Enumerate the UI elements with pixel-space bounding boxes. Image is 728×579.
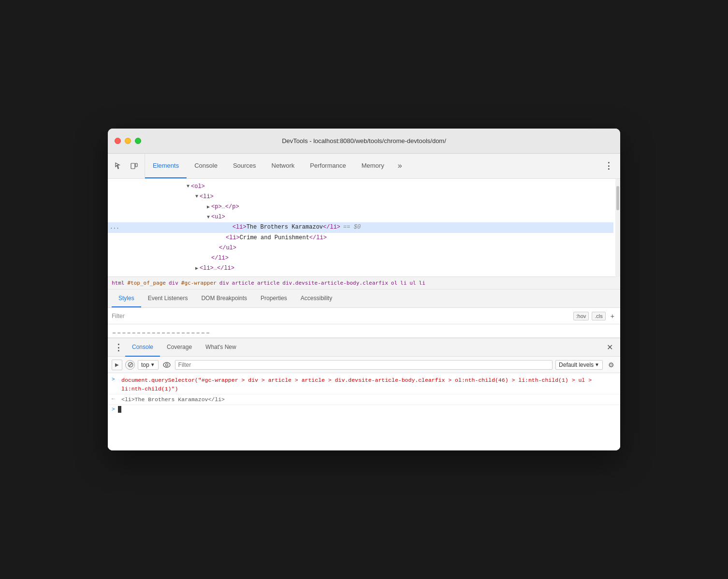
toolbar-icons xyxy=(108,154,145,178)
tab-memory[interactable]: Memory xyxy=(354,154,392,178)
drawer-tab-whats-new[interactable]: What's New xyxy=(199,338,243,357)
ul-triangle[interactable]: ▼ xyxy=(205,214,211,221)
device-toolbar-icon[interactable] xyxy=(127,159,141,173)
tab-sources[interactable]: Sources xyxy=(225,154,264,178)
drawer-tab-coverage[interactable]: Coverage xyxy=(160,338,199,357)
dom-line-ol: ▼ <ol> xyxy=(108,182,613,192)
drawer-tab-console[interactable]: Console xyxy=(125,338,160,357)
minimize-button[interactable] xyxy=(125,138,131,144)
cls-button[interactable]: .cls xyxy=(592,312,606,320)
bc-li2[interactable]: li xyxy=(419,280,425,286)
li-triangle[interactable]: ▼ xyxy=(194,193,200,201)
console-input-arrow: > xyxy=(112,376,118,382)
bottom-drawer: ⋮ Console Coverage What's New ✕ ▶ ⊘ xyxy=(108,338,620,450)
dashed-separator xyxy=(113,333,209,333)
dom-tree-section: ▼ <ol> ▼ <li> ▶ <p>…</p> ▼ <ul> xyxy=(108,179,620,277)
more-tabs-button[interactable]: » xyxy=(392,154,408,178)
breadcrumb-bar: html #top_of_page div #gc-wrapper div ar… xyxy=(108,277,620,290)
console-context-selector[interactable]: top ▼ xyxy=(138,360,159,370)
svg-rect-1 xyxy=(135,163,137,167)
dom-line-p: ▶ <p>…</p> xyxy=(108,202,613,212)
dots-button[interactable]: ... xyxy=(108,223,121,232)
tab-accessibility[interactable]: Accessibility xyxy=(294,290,339,307)
maximize-button[interactable] xyxy=(135,138,141,144)
tab-styles[interactable]: Styles xyxy=(112,290,141,307)
dom-line-brothers[interactable]: ... ▶ <li>The Brothers Karamazov</li> ==… xyxy=(108,222,613,232)
styles-content-area xyxy=(108,324,620,338)
svg-rect-0 xyxy=(131,163,135,169)
window-title: DevTools - localhost:8080/web/tools/chro… xyxy=(282,137,446,145)
styles-toolbar: Filter :hov .cls + xyxy=(108,308,620,324)
tab-performance[interactable]: Performance xyxy=(302,154,353,178)
inspect-element-icon[interactable] xyxy=(112,159,125,173)
styles-filter-input[interactable] xyxy=(128,313,570,319)
main-tabs: Elements Console Sources Network Perform… xyxy=(145,154,597,178)
svg-point-2 xyxy=(163,362,170,367)
tab-network[interactable]: Network xyxy=(264,154,303,178)
hov-button[interactable]: :hov xyxy=(573,312,589,320)
bc-article1[interactable]: article xyxy=(232,280,254,286)
console-body: > document.querySelector("#gc-wrapper > … xyxy=(108,373,620,450)
dom-line-crime: ▶ <li>Crime and Punishment</li> xyxy=(108,233,613,243)
dom-line-ul: ▼ <ul> xyxy=(108,212,613,222)
customize-devtools-icon[interactable]: ⋮ xyxy=(602,159,615,173)
console-eye-button[interactable] xyxy=(161,360,172,370)
bc-div-class[interactable]: div.devsite-article-body.clearfix xyxy=(282,280,388,286)
dom-scrollbar[interactable] xyxy=(615,179,620,277)
console-prompt-arrow: > xyxy=(112,406,115,412)
dom-tree: ▼ <ol> ▼ <li> ▶ <p>…</p> ▼ <ul> xyxy=(108,179,620,277)
ol-triangle[interactable]: ▼ xyxy=(185,183,191,190)
side-panels-tabs: Styles Event Listeners DOM Breakpoints P… xyxy=(108,290,620,308)
console-entry-output: ← <li>The Brothers Karamazov</li> xyxy=(108,394,620,405)
console-settings-icon[interactable]: ⚙ xyxy=(606,360,616,370)
drawer-more-button[interactable]: ⋮ xyxy=(112,341,125,354)
close-button[interactable] xyxy=(115,138,121,144)
bc-div1[interactable]: div xyxy=(169,280,178,286)
tab-dom-breakpoints[interactable]: DOM Breakpoints xyxy=(194,290,254,307)
toolbar-right: ⋮ xyxy=(597,154,620,178)
console-entry-input: > document.querySelector("#gc-wrapper > … xyxy=(108,375,620,394)
drawer-toolbar: ⋮ Console Coverage What's New ✕ xyxy=(108,338,620,357)
bc-ul[interactable]: ul xyxy=(409,280,416,286)
bc-article2[interactable]: article xyxy=(257,280,279,286)
console-prompt[interactable]: > xyxy=(108,405,620,414)
add-style-rule-button[interactable]: + xyxy=(609,312,616,320)
dom-line-close-li: ▶ </li> xyxy=(108,253,613,263)
p-triangle[interactable]: ▶ xyxy=(205,203,211,211)
console-output-arrow: ← xyxy=(112,396,118,402)
bc-li1[interactable]: li xyxy=(400,280,407,286)
dom-line-li: ▼ <li> xyxy=(108,192,613,202)
console-cursor xyxy=(118,406,121,413)
bc-gc-wrapper[interactable]: #gc-wrapper xyxy=(181,280,217,286)
bc-top-of-page[interactable]: #top_of_page xyxy=(128,280,166,286)
console-execute-button[interactable]: ▶ xyxy=(112,360,122,370)
li-dots-triangle[interactable]: ▶ xyxy=(194,265,200,273)
svg-point-3 xyxy=(165,363,168,366)
tab-event-listeners[interactable]: Event Listeners xyxy=(141,290,195,307)
titlebar: DevTools - localhost:8080/web/tools/chro… xyxy=(108,129,620,154)
tab-console[interactable]: Console xyxy=(187,154,225,178)
drawer-close-button[interactable]: ✕ xyxy=(603,341,616,354)
devtools-window: DevTools - localhost:8080/web/tools/chro… xyxy=(108,129,620,451)
console-output-code: <li>The Brothers Karamazov</li> xyxy=(121,395,225,404)
dom-line-li-dots: ▶ <li>…</li> xyxy=(108,263,613,274)
console-filter-input[interactable] xyxy=(175,360,553,370)
tab-elements[interactable]: Elements xyxy=(145,154,187,178)
devtools-panel: Elements Console Sources Network Perform… xyxy=(108,154,620,451)
traffic-lights xyxy=(115,138,141,144)
main-toolbar: Elements Console Sources Network Perform… xyxy=(108,154,620,179)
tab-properties[interactable]: Properties xyxy=(254,290,294,307)
bc-div2[interactable]: div xyxy=(219,280,229,286)
console-clear-button[interactable]: ⊘ xyxy=(125,360,135,370)
console-toolbar: ▶ ⊘ top ▼ Default levels ▼ xyxy=(108,357,620,373)
dom-line-close-ul: ▶ </ul> xyxy=(108,243,613,253)
console-input-code: document.querySelector("#gc-wrapper > di… xyxy=(121,376,616,393)
filter-placeholder: Filter xyxy=(112,313,125,319)
console-levels-selector[interactable]: Default levels ▼ xyxy=(555,360,603,370)
bc-ol[interactable]: ol xyxy=(391,280,397,286)
bc-html[interactable]: html xyxy=(112,280,125,286)
